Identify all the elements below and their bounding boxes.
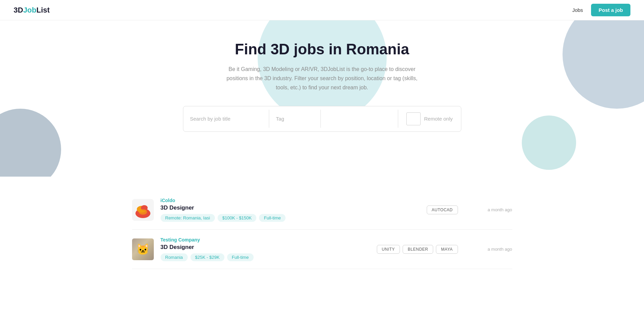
skill-tag[interactable]: AUTOCAD [427,205,458,214]
logo-job: Job [23,6,36,14]
search-tag-segment [269,110,321,128]
skill-tag-blender[interactable]: BLENDER [403,245,433,254]
job-list: iColdo 3D Designer Remote: Romania, Iasi… [118,190,526,269]
job-title: 3D Designer [161,244,370,251]
search-title-segment [183,110,269,128]
remote-only-checkbox[interactable] [406,112,421,125]
company-logo-icoldo [132,199,154,221]
job-info: iColdo 3D Designer Remote: Romania, Iasi… [161,198,420,222]
search-tag-input[interactable] [269,110,320,128]
search-location-input[interactable]: Romania [321,110,398,128]
job-tag-location: Romania [161,253,188,261]
remote-only-segment: Remote only [398,106,461,131]
job-skills: UNITY BLENDER MAYA [377,245,458,254]
job-tag-salary: $100K - $150K [218,214,257,222]
skill-tag-maya[interactable]: MAYA [436,245,458,254]
svg-point-3 [139,209,147,215]
remote-only-label[interactable]: Remote only [424,116,453,122]
nav-right: Jobs Post a job [572,4,630,16]
company-name[interactable]: Testing Company [161,237,370,243]
skill-tag-unity[interactable]: UNITY [377,245,400,254]
company-logo-testing: 🐱 [132,238,154,260]
nav-jobs-link[interactable]: Jobs [572,7,583,13]
job-posted-time: a month ago [478,247,512,252]
cat-logo-img: 🐱 [132,238,154,260]
hero-title: Find 3D jobs in Romania [7,41,637,58]
job-tag-type: Full-time [227,253,254,261]
job-tag-salary: $25K - $29K [190,253,224,261]
job-tag-location: Remote: Romania, Iasi [161,214,215,222]
job-info: Testing Company 3D Designer Romania $25K… [161,237,370,261]
navbar: 3DJobList Jobs Post a job [0,0,644,20]
table-row: 🐱 Testing Company 3D Designer Romania $2… [132,230,512,269]
job-posted-time: a month ago [478,207,512,212]
site-logo[interactable]: 3DJobList [14,6,50,15]
decoration-circle-bottom [522,115,576,170]
logo-list: List [36,6,50,14]
search-title-input[interactable] [183,110,269,128]
hero-subtitle: Be it Gaming, 3D Modeling or AR/VR, 3DJo… [224,65,421,92]
job-tags: Romania $25K - $29K Full-time [161,253,370,261]
decoration-circle-right [563,20,644,109]
decoration-circle-left [0,109,61,177]
search-bar: Romania Remote only [183,106,461,132]
table-row: iColdo 3D Designer Remote: Romania, Iasi… [132,190,512,230]
logo-3d: 3D [14,6,23,14]
post-job-button[interactable]: Post a job [591,4,630,16]
company-name[interactable]: iColdo [161,198,420,203]
search-location-segment: Romania [321,110,398,128]
job-tags: Remote: Romania, Iasi $100K - $150K Full… [161,214,420,222]
job-tag-type: Full-time [259,214,286,222]
job-title: 3D Designer [161,204,420,211]
hero-section: Find 3D jobs in Romania Be it Gaming, 3D… [0,20,644,177]
job-skills: AUTOCAD [427,205,458,214]
